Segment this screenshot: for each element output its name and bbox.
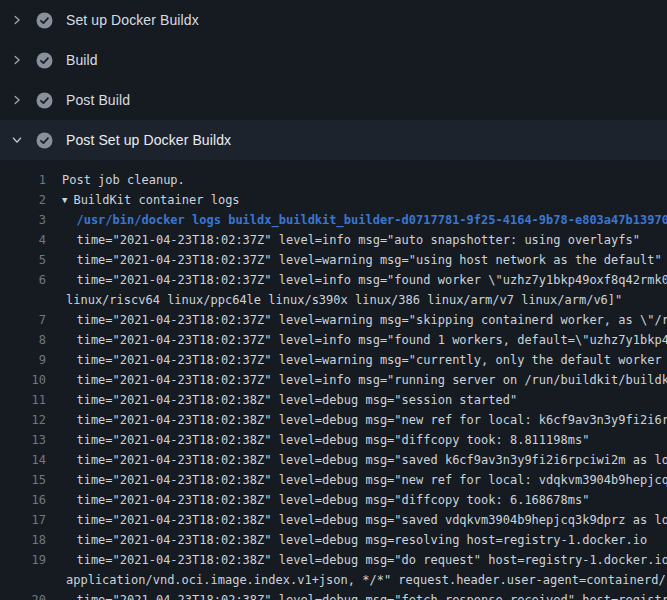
log-line-text: Post job cleanup.: [62, 170, 185, 190]
workflow-log-panel: Set up Docker Buildx Build P: [0, 0, 667, 600]
log-line: 15 time="2021-04-23T18:02:38Z" level=deb…: [0, 470, 667, 490]
log-line-text: time="2021-04-23T18:02:38Z" level=debug …: [62, 390, 517, 410]
log-line-text: time="2021-04-23T18:02:38Z" level=debug …: [62, 490, 589, 510]
log-line: 11 time="2021-04-23T18:02:38Z" level=deb…: [0, 390, 667, 410]
log-line-text: /usr/bin/docker logs buildx_buildkit_bui…: [62, 210, 667, 230]
log-line-text: time="2021-04-23T18:02:38Z" level=debug …: [62, 590, 667, 600]
line-number[interactable]: 5: [0, 250, 46, 270]
line-number[interactable]: 8: [0, 330, 46, 350]
line-number[interactable]: 12: [0, 410, 46, 430]
log-line: 7 time="2021-04-23T18:02:37Z" level=warn…: [0, 310, 667, 330]
log-line-text: application/vnd.oci.image.index.v1+json,…: [62, 570, 667, 590]
log-line: 16 time="2021-04-23T18:02:38Z" level=deb…: [0, 490, 667, 510]
log-line-text: time="2021-04-23T18:02:38Z" level=debug …: [62, 470, 667, 490]
log-line-text: time="2021-04-23T18:02:38Z" level=debug …: [62, 510, 667, 530]
line-number[interactable]: 9: [0, 350, 46, 370]
log-lines: 1 Post job cleanup. 2 ▼BuildKit containe…: [0, 160, 667, 600]
log-line: 5 time="2021-04-23T18:02:37Z" level=warn…: [0, 250, 667, 270]
line-number[interactable]: 15: [0, 470, 46, 490]
log-line-text: time="2021-04-23T18:02:37Z" level=info m…: [62, 270, 667, 290]
line-number[interactable]: 4: [0, 230, 46, 250]
log-line: 19 time="2021-04-23T18:02:38Z" level=deb…: [0, 550, 667, 570]
log-line: 6 time="2021-04-23T18:02:37Z" level=info…: [0, 270, 667, 290]
line-number[interactable]: 11: [0, 390, 46, 410]
log-line: 8 time="2021-04-23T18:02:37Z" level=info…: [0, 330, 667, 350]
log-line: 2 ▼BuildKit container logs: [0, 190, 667, 210]
step-row[interactable]: Post Set up Docker Buildx: [0, 120, 667, 160]
check-circle-icon: [36, 52, 53, 69]
chevron-icon[interactable]: [10, 133, 24, 147]
line-number[interactable]: 10: [0, 370, 46, 390]
line-number[interactable]: 2: [0, 190, 46, 210]
log-line: 14 time="2021-04-23T18:02:38Z" level=deb…: [0, 450, 667, 470]
line-number[interactable]: 14: [0, 450, 46, 470]
log-line-text: time="2021-04-23T18:02:37Z" level=info m…: [62, 370, 667, 390]
line-number[interactable]: 6: [0, 270, 46, 290]
check-circle-icon: [36, 92, 53, 109]
log-line: 17 time="2021-04-23T18:02:38Z" level=deb…: [0, 510, 667, 530]
check-circle-icon: [36, 132, 53, 149]
log-line: 12 time="2021-04-23T18:02:38Z" level=deb…: [0, 410, 667, 430]
line-number[interactable]: 20: [0, 590, 46, 600]
log-line-text: time="2021-04-23T18:02:38Z" level=debug …: [62, 410, 667, 430]
log-line: 13 time="2021-04-23T18:02:38Z" level=deb…: [0, 430, 667, 450]
log-line: 3 /usr/bin/docker logs buildx_buildkit_b…: [0, 210, 667, 230]
log-line: 4 time="2021-04-23T18:02:37Z" level=info…: [0, 230, 667, 250]
log-line: 9 time="2021-04-23T18:02:37Z" level=warn…: [0, 350, 667, 370]
log-line-text: time="2021-04-23T18:02:37Z" level=info m…: [62, 330, 667, 350]
log-line-continuation: linux/riscv64 linux/ppc64le linux/s390x …: [0, 290, 667, 310]
log-line-text: time="2021-04-23T18:02:37Z" level=warnin…: [62, 250, 662, 270]
log-line: 18 time="2021-04-23T18:02:38Z" level=deb…: [0, 530, 667, 550]
line-number[interactable]: 16: [0, 490, 46, 510]
log-line-continuation: application/vnd.oci.image.index.v1+json,…: [0, 570, 667, 590]
step-row[interactable]: Post Build: [0, 80, 667, 120]
log-line-text: time="2021-04-23T18:02:37Z" level=warnin…: [62, 350, 667, 370]
line-number[interactable]: [0, 290, 46, 310]
collapse-group-icon[interactable]: ▼: [62, 195, 67, 205]
chevron-icon[interactable]: [10, 13, 24, 27]
log-line: 10 time="2021-04-23T18:02:37Z" level=inf…: [0, 370, 667, 390]
step-label: Set up Docker Buildx: [66, 12, 199, 28]
group-title: BuildKit container logs: [73, 193, 239, 207]
step-label: Build: [66, 52, 98, 68]
steps-list: Set up Docker Buildx Build P: [0, 0, 667, 160]
line-number[interactable]: 17: [0, 510, 46, 530]
line-number[interactable]: 13: [0, 430, 46, 450]
log-line: 1 Post job cleanup.: [0, 170, 667, 190]
log-line-text: time="2021-04-23T18:02:37Z" level=info m…: [62, 230, 640, 250]
step-row[interactable]: Build: [0, 40, 667, 80]
check-circle-icon: [36, 12, 53, 29]
log-line-text: time="2021-04-23T18:02:37Z" level=warnin…: [62, 310, 667, 330]
step-label: Post Build: [66, 92, 130, 108]
line-number[interactable]: 18: [0, 530, 46, 550]
line-number[interactable]: 7: [0, 310, 46, 330]
log-line-text: time="2021-04-23T18:02:38Z" level=debug …: [62, 550, 667, 570]
chevron-icon[interactable]: [10, 93, 24, 107]
log-line-text: ▼BuildKit container logs: [62, 190, 240, 210]
log-line-text: time="2021-04-23T18:02:38Z" level=debug …: [62, 530, 647, 550]
step-label: Post Set up Docker Buildx: [66, 132, 231, 148]
line-number[interactable]: [0, 570, 46, 590]
line-number[interactable]: 19: [0, 550, 46, 570]
log-line-text: time="2021-04-23T18:02:38Z" level=debug …: [62, 430, 589, 450]
line-number[interactable]: 3: [0, 210, 46, 230]
log-line: 20 time="2021-04-23T18:02:38Z" level=deb…: [0, 590, 667, 600]
log-line-text: time="2021-04-23T18:02:38Z" level=debug …: [62, 450, 667, 470]
log-line-text: linux/riscv64 linux/ppc64le linux/s390x …: [62, 290, 622, 310]
line-number[interactable]: 1: [0, 170, 46, 190]
chevron-icon[interactable]: [10, 53, 24, 67]
step-row[interactable]: Set up Docker Buildx: [0, 0, 667, 40]
